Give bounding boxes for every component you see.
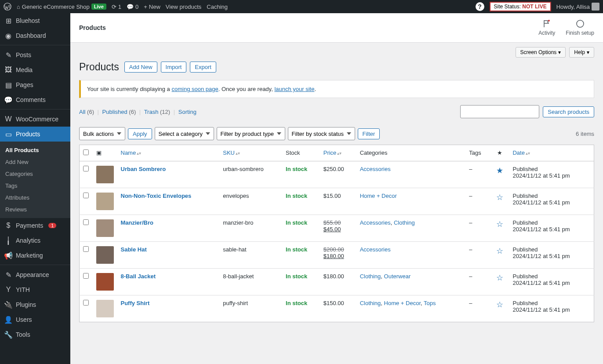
col-name[interactable]: Name▴▾: [117, 145, 220, 161]
row-checkbox[interactable]: [83, 246, 89, 252]
submenu-item-categories[interactable]: Categories: [0, 168, 70, 180]
row-checkbox[interactable]: [83, 273, 89, 279]
help-icon[interactable]: ?: [476, 2, 484, 11]
stock-status-filter-select[interactable]: Filter by stock status: [288, 127, 355, 140]
sidebar-item-bluehost[interactable]: ⊞Bluehost: [0, 13, 70, 28]
help-button[interactable]: Help ▾: [569, 47, 594, 58]
stock-status: In stock: [286, 193, 307, 199]
product-thumb[interactable]: [96, 273, 114, 291]
product-name-link[interactable]: 8-Ball Jacket: [121, 273, 156, 280]
submenu-item-add-new[interactable]: Add New: [0, 156, 70, 168]
sidebar-item-pages[interactable]: ▤Pages: [0, 77, 70, 92]
filter-trash[interactable]: Trash: [144, 109, 159, 115]
product-name-link[interactable]: Manzier/Bro: [121, 219, 153, 226]
category-link[interactable]: Clothing: [394, 219, 415, 226]
sidebar-item-yith[interactable]: YYITH: [0, 282, 70, 297]
screen-options-button[interactable]: Screen Options ▾: [516, 47, 566, 58]
category-link[interactable]: Accessories: [360, 219, 391, 226]
category-link[interactable]: Clothing: [360, 273, 381, 280]
row-checkbox[interactable]: [83, 300, 89, 306]
product-thumb[interactable]: [96, 246, 114, 264]
home-icon: ⌂: [17, 4, 20, 10]
product-thumb[interactable]: [96, 166, 114, 183]
select-all-checkbox[interactable]: [83, 149, 89, 155]
launch-site-link[interactable]: launch your site: [274, 86, 314, 92]
category-link[interactable]: Accessories: [360, 166, 391, 172]
chevron-down-icon: ▾: [587, 49, 589, 55]
sidebar-item-payments[interactable]: $Payments1: [0, 218, 70, 233]
sidebar-item-users[interactable]: 👤Users: [0, 312, 70, 327]
product-thumb[interactable]: [96, 219, 114, 237]
view-products-link[interactable]: View products: [166, 4, 201, 10]
sidebar-item-tools[interactable]: 🔧Tools: [0, 327, 70, 342]
filter-button[interactable]: Filter: [358, 128, 380, 139]
sidebar-item-appearance[interactable]: ✎Appearance: [0, 267, 70, 282]
category-link[interactable]: Clothing: [360, 300, 381, 306]
product-type-filter-select[interactable]: Filter by product type: [217, 127, 285, 140]
row-checkbox[interactable]: [83, 193, 89, 198]
col-sku[interactable]: SKU▴▾: [219, 145, 282, 161]
star-empty-icon[interactable]: ☆: [496, 193, 503, 202]
product-thumb[interactable]: [96, 193, 114, 210]
export-button[interactable]: Export: [190, 62, 216, 73]
sidebar-item-products[interactable]: ▭Products: [0, 127, 70, 142]
star-empty-icon[interactable]: ☆: [496, 220, 503, 229]
search-button[interactable]: Search products: [543, 106, 594, 117]
submenu-item-tags[interactable]: Tags: [0, 180, 70, 192]
coming-soon-link[interactable]: coming soon page: [171, 86, 218, 92]
filter-all[interactable]: All: [79, 109, 85, 115]
product-name-link[interactable]: Urban Sombrero: [121, 166, 166, 172]
updates-link[interactable]: ⟳ 1: [112, 4, 121, 10]
sidebar-item-marketing[interactable]: 📢Marketing: [0, 248, 70, 263]
import-button[interactable]: Import: [161, 62, 187, 73]
star-filled-icon[interactable]: ★: [496, 166, 503, 175]
activity-button[interactable]: Activity: [538, 19, 555, 36]
apply-button[interactable]: Apply: [128, 128, 152, 139]
col-date[interactable]: Date▴▾: [509, 145, 594, 161]
filter-sorting[interactable]: Sorting: [178, 109, 196, 115]
comments-link[interactable]: 💬 0: [127, 4, 138, 10]
col-tags: Tags: [465, 145, 490, 161]
product-name-link[interactable]: Sable Hat: [121, 246, 147, 253]
category-link[interactable]: Home + Decor: [360, 193, 397, 199]
bulk-actions-select[interactable]: Bulk actions: [79, 127, 125, 140]
sidebar-item-comments[interactable]: 💬Comments: [0, 92, 70, 107]
sidebar-item-posts[interactable]: ✎Posts: [0, 47, 70, 62]
row-checkbox[interactable]: [83, 166, 89, 171]
category-link[interactable]: Home + Decor: [384, 300, 421, 306]
category-link[interactable]: Accessories: [360, 246, 391, 253]
add-new-button[interactable]: Add New: [124, 62, 157, 73]
site-link[interactable]: ⌂ Generic eCommerce Shop Live: [17, 4, 106, 10]
new-link[interactable]: + New: [144, 4, 160, 10]
submenu-item-all-products[interactable]: All Products: [0, 144, 70, 156]
finish-setup-button[interactable]: Finish setup: [566, 19, 594, 36]
sidebar-item-media[interactable]: 🖼Media: [0, 62, 70, 77]
star-empty-icon[interactable]: ☆: [496, 247, 503, 255]
filter-published[interactable]: Published: [102, 109, 127, 115]
new-label: New: [149, 4, 160, 10]
col-price[interactable]: Price▴▾: [320, 145, 356, 161]
product-thumb[interactable]: [96, 300, 114, 317]
sort-icon: ▴▾: [337, 151, 341, 156]
product-name-link[interactable]: Puffy Shirt: [121, 300, 150, 306]
product-name-link[interactable]: Non-Non-Toxic Envelopes: [121, 193, 192, 199]
price: $250.00: [323, 166, 344, 172]
row-checkbox[interactable]: [83, 219, 89, 225]
category-link[interactable]: Tops: [424, 300, 436, 306]
account-link[interactable]: Howdy, Allisa: [556, 3, 599, 11]
category-filter-select[interactable]: Select a category: [155, 127, 214, 140]
site-status-badge[interactable]: Site Status: NOT LIVE: [490, 2, 551, 11]
star-empty-icon[interactable]: ☆: [496, 300, 503, 309]
search-input[interactable]: [460, 105, 539, 118]
caching-link[interactable]: Caching: [207, 4, 228, 10]
sidebar-item-woocommerce[interactable]: WWooCommerce: [0, 112, 70, 127]
wp-logo[interactable]: [4, 3, 11, 11]
submenu-item-reviews[interactable]: Reviews: [0, 204, 70, 215]
sidebar-item-plugins[interactable]: 🔌Plugins: [0, 297, 70, 312]
sidebar-item-analytics[interactable]: ╽Analytics: [0, 233, 70, 248]
submenu-item-attributes[interactable]: Attributes: [0, 192, 70, 204]
sidebar-item-dashboard[interactable]: ◉Dashboard: [0, 28, 70, 43]
star-empty-icon[interactable]: ☆: [496, 273, 503, 282]
category-link[interactable]: Outerwear: [384, 273, 411, 280]
sku-value: manzier-bro: [219, 215, 282, 242]
